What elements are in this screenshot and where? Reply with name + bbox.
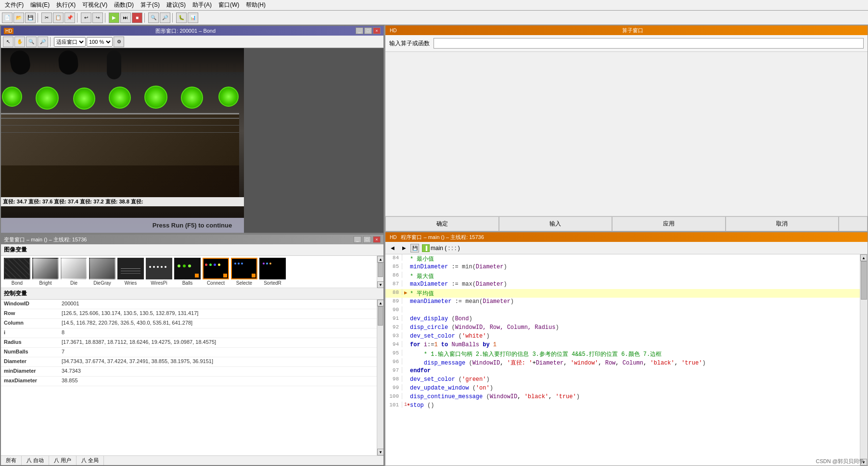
toolbar-redo[interactable]: ↪ xyxy=(92,13,103,23)
thumb-wirespi-img[interactable] xyxy=(146,258,172,279)
line-num-88: 88 xyxy=(385,289,402,295)
thumb-bond-img[interactable] xyxy=(4,258,30,279)
thumb-bond[interactable]: Bond xyxy=(4,258,30,286)
thumb-balls-img[interactable] xyxy=(174,258,201,279)
bond-circle-4 xyxy=(109,87,131,109)
menu-suggest[interactable]: 建议(S) xyxy=(164,0,189,10)
thumb-select[interactable]: Selecte xyxy=(231,258,257,286)
image-canvas[interactable]: 1989 直径: 34.7 直径: 37.6 直径: 37.4 直径: 37.2… xyxy=(1,48,383,233)
thumb-sortedr-img[interactable] xyxy=(259,258,286,279)
prog-back-btn[interactable]: ◀ xyxy=(387,243,398,253)
menu-window[interactable]: 窗口(W) xyxy=(216,0,242,10)
line-indicator-84 xyxy=(404,254,410,255)
img-win-close[interactable]: × xyxy=(373,27,381,34)
var-value-column: [14.5, 116.782, 220.726, 326.5, 430.0, 5… xyxy=(59,319,377,326)
menu-file[interactable]: 文件(F) xyxy=(2,0,26,10)
thumb-connect-label: Connect xyxy=(207,280,225,286)
ctrl-vars-scrollbar[interactable]: ▲ ▼ xyxy=(377,300,383,455)
var-list: WindowID 200001 Row [126.5, 125.606, 130… xyxy=(1,300,377,455)
img-zoom-percent[interactable]: 100 % xyxy=(87,37,113,47)
var-name-row: Row xyxy=(1,310,59,316)
thumb-connect[interactable]: Connect xyxy=(203,258,229,286)
var-win-maximize[interactable]: □ xyxy=(363,236,371,243)
code-text-92: disp_circle (WindowID, Row, Column, Radi… xyxy=(410,324,860,331)
img-tool-hand[interactable]: ✋ xyxy=(14,37,25,47)
thumb-die[interactable]: Die xyxy=(61,258,87,286)
thumb-bright-img[interactable] xyxy=(32,258,59,279)
thumb-bright-label: Bright xyxy=(39,280,51,286)
toolbar-zoom-in[interactable]: 🔍 xyxy=(148,13,159,23)
menu-bar: 文件(F) 编辑(E) 执行(X) 可视化(V) 函数(D) 算子(S) 建议(… xyxy=(0,0,868,11)
line-indicator-86 xyxy=(404,272,410,272)
img-tool-zoom-in[interactable]: 🔍 xyxy=(26,37,37,47)
var-name-radius: Radius xyxy=(1,339,59,345)
menu-edit[interactable]: 编辑(E) xyxy=(27,0,52,10)
toolbar-run[interactable]: ▶ xyxy=(109,13,119,23)
tab-global[interactable]: 八 全局 xyxy=(77,456,104,465)
code-line-99: 99 dev_update_window ('on') xyxy=(385,384,860,393)
thumb-balls[interactable]: Balls xyxy=(174,258,201,286)
menu-visual[interactable]: 可视化(V) xyxy=(79,0,110,10)
line-num-101: 101 xyxy=(385,402,402,408)
thumb-die-img[interactable] xyxy=(61,258,87,279)
img-tool-settings[interactable]: ⚙ xyxy=(114,37,124,47)
prog-content[interactable]: 84 * 最小值 85 minDiameter := min(Diameter)… xyxy=(385,254,860,466)
toolbar-step[interactable]: ⏭ xyxy=(120,13,131,23)
tab-all[interactable]: 所有 xyxy=(1,456,22,465)
img-win-maximize[interactable]: □ xyxy=(364,27,372,34)
toolbar-new[interactable]: 📄 xyxy=(2,13,13,23)
var-win-close[interactable]: × xyxy=(373,236,381,243)
toolbar-undo[interactable]: ↩ xyxy=(81,13,91,23)
prog-save-btn[interactable]: 💾 xyxy=(410,244,419,252)
line-num-93: 93 xyxy=(385,332,402,339)
line-num-85: 85 xyxy=(385,263,402,269)
toolbar-sep1 xyxy=(38,13,39,23)
menu-op[interactable]: 算子(S) xyxy=(138,0,163,10)
menu-helper[interactable]: 助手(A) xyxy=(190,0,215,10)
calc-confirm-btn[interactable]: 确定 xyxy=(385,216,499,231)
thumb-wries-label: Wries xyxy=(125,280,137,286)
toolbar-save[interactable]: 💾 xyxy=(25,13,36,23)
toolbar-profile[interactable]: 📊 xyxy=(188,13,198,23)
img-win-minimize[interactable]: _ xyxy=(356,27,363,34)
thumb-sortedr[interactable]: SortedR xyxy=(259,258,286,286)
img-tool-zoom-out[interactable]: 🔎 xyxy=(38,37,48,47)
ctrl-vars-container: WindowID 200001 Row [126.5, 125.606, 130… xyxy=(1,300,383,455)
calc-apply-btn[interactable]: 应用 xyxy=(612,216,726,231)
img-tool-pointer[interactable]: ↖ xyxy=(3,37,13,47)
var-value-i: 8 xyxy=(59,329,377,336)
image-vars-scrollbar[interactable]: ▲ ▼ xyxy=(377,256,383,288)
toolbar-open[interactable]: 📂 xyxy=(13,13,24,23)
thumb-wries-img[interactable] xyxy=(117,258,144,279)
tab-user[interactable]: 八 用户 xyxy=(49,456,77,465)
menu-execute[interactable]: 执行(X) xyxy=(53,0,78,10)
thumb-bright[interactable]: Bright xyxy=(32,258,59,286)
menu-func[interactable]: 函数(D) xyxy=(111,0,137,10)
calc-input-field[interactable] xyxy=(434,38,864,49)
thumb-connect-img[interactable] xyxy=(203,258,229,279)
calc-cancel-btn[interactable]: 取消 xyxy=(726,216,839,231)
var-value-numballs: 7 xyxy=(59,348,377,355)
toolbar-copy[interactable]: 📋 xyxy=(53,13,64,23)
calc-input-btn[interactable]: 输入 xyxy=(499,216,613,231)
thumb-wirespi[interactable]: WiresPi xyxy=(146,258,172,286)
tab-auto[interactable]: 八 自动 xyxy=(22,456,49,465)
toolbar-paste[interactable]: 📌 xyxy=(64,13,75,23)
toolbar-zoom-out[interactable]: 🔎 xyxy=(160,13,170,23)
thumb-diegray-img[interactable] xyxy=(89,258,115,279)
thumb-diegray[interactable]: DieGray xyxy=(89,258,115,286)
toolbar-cut[interactable]: ✂ xyxy=(41,13,52,23)
var-name-mindiameter: minDiameter xyxy=(1,367,59,374)
calc-extra-btn[interactable] xyxy=(839,216,868,231)
prog-scrollbar[interactable]: ▲ ▼ xyxy=(860,254,868,466)
img-zoom-select[interactable]: 适应窗口 100% xyxy=(54,37,86,47)
var-name-i: i xyxy=(1,329,59,336)
thumb-wries[interactable]: Wries xyxy=(117,258,144,286)
menu-help[interactable]: 帮助(H) xyxy=(243,0,268,10)
ctrl-vars-header: 控制变量 xyxy=(1,288,383,300)
toolbar-stop[interactable]: ■ xyxy=(132,13,142,23)
toolbar-debug[interactable]: 🐛 xyxy=(176,13,187,23)
prog-forward-btn[interactable]: ▶ xyxy=(399,243,409,253)
var-win-minimize[interactable]: _ xyxy=(354,236,361,243)
thumb-select-img[interactable] xyxy=(231,258,257,279)
